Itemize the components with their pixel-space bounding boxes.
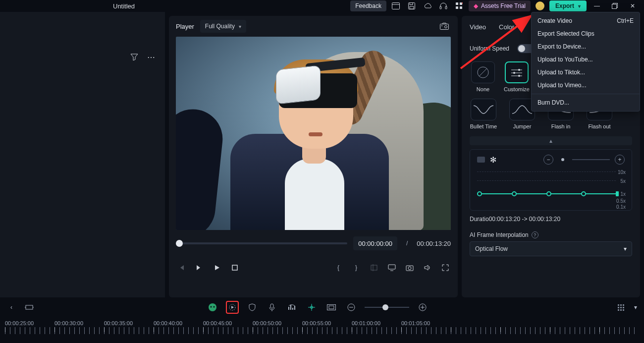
speed-track[interactable] [477,193,616,194]
more-icon[interactable]: ⋯ [145,52,157,62]
export-selected-clips[interactable]: Export Selected Clips [532,27,640,40]
fullscreen-icon[interactable] [440,262,451,273]
ruler-label: 00:00:25:00 [5,320,54,326]
tab-color[interactable]: Color [499,23,514,31]
speed-node[interactable] [546,191,551,196]
headset-icon[interactable] [437,0,450,11]
speed-scale[interactable]: 10x 5x 1x 0.5x 0.1x [477,170,625,206]
svg-point-28 [518,69,520,71]
player-controls: { } [169,257,458,279]
zoom-mini-track[interactable] [572,159,610,160]
help-icon[interactable]: ? [532,231,538,238]
assets-trial-button[interactable]: ◆Assets Free Trial [469,0,531,11]
speed-node[interactable] [477,191,482,196]
feedback-button[interactable]: Feedback [350,0,386,11]
voiceover-icon[interactable] [266,301,278,314]
chevron-down-small-icon[interactable]: ▾ [629,301,642,314]
zoom-in-icon[interactable]: + [615,155,625,165]
cloud-icon[interactable] [421,0,434,11]
snapshot-icon[interactable] [438,21,451,32]
app-root: Untitled Feedback ◆Assets Free Trial Exp… [0,0,644,343]
frame-hold-icon[interactable] [477,157,485,163]
chevron-down-icon: ▾ [578,3,581,9]
speed-end[interactable] [616,191,619,196]
scale-0-5x: 0.5x [616,198,626,204]
time-separator: / [403,240,411,247]
timeline-toolbar: ‹ ▾ [0,297,644,317]
layout-icon[interactable] [389,0,402,11]
window-maximize[interactable] [607,0,622,11]
render-preview-icon[interactable] [226,301,239,314]
save-icon[interactable] [405,0,418,11]
ruler-labels: 00:00:25:00 00:00:30:00 00:00:35:00 00:0… [0,320,644,326]
quality-select[interactable]: Full Quality▾ [200,20,246,33]
scale-1x: 1x [620,191,626,197]
preset-customize[interactable]: Customize [503,61,530,93]
play-icon[interactable] [212,262,222,273]
timeline-ruler[interactable]: 00:00:25:00 00:00:30:00 00:00:35:00 00:0… [0,317,644,337]
ai-frame-interpolation-label: AI Frame Interpolation ? [462,228,640,241]
svg-point-32 [518,75,520,77]
total-duration: 00:00:13:20 [417,240,451,247]
prev-frame-icon[interactable] [176,262,187,273]
freeze-frame-icon[interactable]: ✻ [490,155,496,165]
ai-frame-interpolation-select[interactable]: Optical Flow ▾ [470,241,632,256]
next-frame-icon[interactable] [194,262,205,273]
video-preview [176,37,451,230]
seek-knob[interactable] [176,240,183,247]
curve-bullet-time[interactable]: Bullet Time [470,99,497,129]
export-create-video[interactable]: Create VideoCtrl+E [532,14,640,27]
export-menu: Create VideoCtrl+E Export Selected Clips… [531,12,640,112]
export-button[interactable]: Export▾ [549,0,587,11]
svg-rect-2 [408,3,415,9]
svg-rect-9 [456,6,458,9]
zoom-knob[interactable] [382,304,388,310]
profile-icon[interactable] [534,0,546,11]
track-options-icon[interactable] [614,301,627,314]
crop-icon[interactable] [369,262,379,273]
stop-icon[interactable] [229,262,240,273]
upload-tiktok[interactable]: Upload to Tiktok... [532,66,640,79]
upload-vimeo[interactable]: Upload to Vimeo... [532,79,640,92]
scale-0-1x: 0.1x [616,204,626,210]
svg-rect-0 [392,3,399,9]
tab-video[interactable]: Video [470,23,486,31]
media-panel-toolbar: ⋯ [0,49,165,65]
ai-assistant-icon[interactable] [206,301,219,314]
export-to-device[interactable]: Export to Device... [532,40,640,53]
aspect-ratio-icon[interactable] [325,301,338,314]
speed-editor: ✻ − + 10x 5x 1x 0.5x 0.1x [470,149,632,211]
zoom-out-button[interactable] [345,301,358,314]
shield-icon[interactable] [246,301,259,314]
speed-node[interactable] [581,191,586,196]
ruler-label: 00:00:30:00 [54,320,104,326]
svg-rect-45 [329,306,334,309]
mark-out-icon[interactable]: } [351,262,362,273]
svg-point-37 [211,306,212,308]
display-icon[interactable] [386,262,397,273]
timeline-zoom-slider[interactable] [365,307,409,308]
project-title: Untitled [113,2,135,10]
marker-icon[interactable] [305,301,318,314]
expand-presets[interactable]: ▴ [470,136,632,145]
preset-none[interactable]: None [470,61,496,93]
audio-mixer-icon[interactable] [285,301,298,314]
window-close[interactable]: ✕ [625,0,640,11]
chevron-left-icon[interactable]: ‹ [5,301,18,314]
camera-icon[interactable] [404,262,415,273]
window-minimize[interactable]: — [590,0,604,11]
filter-icon[interactable] [128,52,140,62]
mark-in-icon[interactable]: { [333,262,344,273]
ruler-label: 00:00:55:00 [302,320,352,326]
seek-row: 00:00:00:00 / 00:00:13:20 [169,230,458,257]
volume-icon[interactable] [422,262,433,273]
apps-icon[interactable] [453,0,466,11]
zoom-out-icon[interactable]: − [543,155,553,165]
upload-youtube[interactable]: Upload to YouTube... [532,53,640,66]
burn-dvd[interactable]: Burn DVD... [532,96,640,109]
seek-bar[interactable] [176,242,347,244]
speed-node[interactable] [512,191,517,196]
clip-tool-icon[interactable] [23,301,36,314]
zoom-in-button[interactable] [416,301,429,314]
player-panel: Player Full Quality▾ [169,16,458,297]
